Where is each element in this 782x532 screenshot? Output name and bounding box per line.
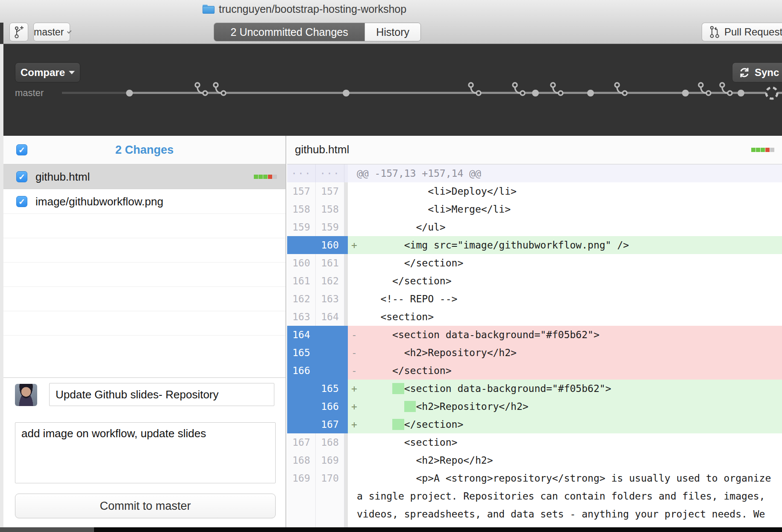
commit-summary-input[interactable] — [49, 383, 274, 406]
compare-button[interactable]: Compare — [15, 62, 80, 82]
branch-selector[interactable]: master — [33, 23, 70, 41]
code-text: <h2>Repo</h2> — [357, 451, 493, 469]
graph-node-commit — [532, 90, 539, 96]
diff-line-content: <!-- REPO --> — [348, 290, 782, 308]
old-line-number: 166 — [287, 362, 316, 380]
diff-sign: + — [348, 236, 357, 254]
sync-icon — [738, 67, 750, 79]
sync-button[interactable]: Sync — [732, 62, 782, 82]
diff-line-content: <section> — [348, 433, 782, 451]
graph-node-merge — [614, 82, 630, 99]
diff-line-content: <section> — [348, 308, 782, 326]
gutter-strip — [344, 326, 348, 344]
file-row[interactable]: ✓github.html — [3, 164, 285, 189]
tab-uncommitted-changes[interactable]: 2 Uncommitted Changes — [214, 23, 365, 41]
empty-list-row — [3, 311, 285, 336]
commit-form: add image on workflow, update slides Com… — [3, 377, 285, 527]
change-blocks-indicator — [751, 148, 774, 152]
change-block-green — [751, 148, 756, 152]
gutter-strip — [344, 254, 348, 272]
new-line-number — [316, 362, 344, 380]
caret-down-icon — [69, 71, 75, 74]
new-line-number: 157 — [316, 182, 344, 200]
old-line-number: 165 — [287, 344, 316, 362]
old-line-number: 164 — [287, 326, 316, 344]
file-row[interactable]: ✓image/githubworkflow.png — [3, 189, 285, 214]
graph-node-merge — [467, 82, 484, 99]
graph-node-commit — [343, 90, 350, 96]
new-line-number: 170 — [316, 469, 344, 527]
changes-panel: ✓ 2 Changes ✓github.html✓image/githubwor… — [3, 136, 286, 527]
background-window-sliver — [0, 23, 3, 44]
new-line-number: 161 — [316, 254, 344, 272]
code-text: <section> — [357, 308, 434, 326]
old-line-number — [287, 415, 316, 433]
diff-row-ctx: 157157 <li>Deploy</li> — [287, 182, 782, 200]
empty-list-row — [3, 238, 285, 263]
diff-line-content: - <section data-background="#f05b62"> — [348, 326, 782, 344]
graph-node-commit — [682, 90, 689, 96]
changes-header: ✓ 2 Changes — [3, 136, 285, 164]
change-block-red — [268, 175, 272, 179]
chevron-down-icon — [67, 29, 71, 33]
code-text: <img src="image/githubworkflow.png" /> — [357, 236, 629, 254]
change-block-red — [765, 148, 770, 152]
file-name: image/githubworkflow.png — [35, 195, 163, 208]
pull-request-icon — [709, 25, 720, 39]
diff-sign: - — [348, 344, 357, 362]
gutter-strip — [344, 415, 348, 433]
diff-row-add: 166+ <h2>Repository</h2> — [287, 398, 782, 415]
diff-panel[interactable]: github.html ······@@ -157,13 +157,14 @@1… — [287, 136, 782, 527]
new-line-number: 163 — [316, 290, 344, 308]
gutter-strip — [344, 200, 348, 218]
tab-history[interactable]: History — [365, 23, 420, 41]
old-line-number: 157 — [287, 182, 316, 200]
new-line-number: ··· — [316, 164, 344, 182]
old-line-number: ··· — [287, 164, 316, 182]
code-text: <section> — [357, 433, 457, 451]
changes-count-title: 2 Changes — [3, 143, 285, 157]
code-text: <section data-background="#f05b62"> — [357, 380, 611, 398]
diff-sign — [348, 200, 357, 218]
window-chrome: trucnguyen/bootstrap-hosting-workshop ma… — [0, 0, 782, 44]
new-line-number: 164 — [316, 308, 344, 326]
file-checkbox[interactable]: ✓ — [16, 196, 27, 207]
graph-node-merge — [550, 82, 566, 99]
diff-sign: + — [348, 398, 357, 415]
code-text: <p>A <strong>repository</strong> is usua… — [357, 469, 771, 527]
graph-node-head — [764, 86, 779, 101]
gutter-strip — [344, 398, 348, 415]
create-branch-button[interactable] — [9, 23, 28, 41]
diff-line-content: <p>A <strong>repository</strong> is usua… — [348, 469, 782, 527]
diff-sign — [348, 254, 357, 272]
diff-sign: - — [348, 362, 357, 380]
diff-line-content: <h2>Repo</h2> — [348, 451, 782, 469]
compare-bar: Compare Sync master — [3, 44, 782, 136]
diff-sign — [348, 433, 357, 451]
diff-sign — [348, 469, 357, 527]
diff-file-name: github.html — [295, 143, 349, 156]
graph-node-merge — [697, 82, 714, 99]
code-text: <h2>Repository</h2> — [357, 398, 529, 415]
diff-sign: - — [348, 326, 357, 344]
commit-description-input[interactable]: add image on workflow, update slides — [15, 422, 276, 483]
gutter-strip — [344, 218, 348, 236]
code-text: <!-- REPO --> — [357, 290, 457, 308]
new-line-number: 162 — [316, 272, 344, 290]
code-text: <li>Merge</li> — [357, 200, 511, 218]
branch-plus-icon — [13, 25, 24, 39]
old-line-number — [287, 380, 316, 398]
empty-list-row — [3, 214, 285, 238]
pull-request-button[interactable]: Pull Request — [702, 23, 782, 41]
code-text: </section> — [357, 362, 452, 380]
diff-line-content: </ul> — [348, 218, 782, 236]
compare-button-label: Compare — [21, 67, 65, 79]
branch-selector-label: master — [34, 26, 64, 38]
new-line-number: 158 — [316, 200, 344, 218]
change-block-green — [254, 175, 258, 179]
sync-button-label: Sync — [755, 67, 779, 79]
code-text: </section> — [357, 272, 452, 290]
file-checkbox[interactable]: ✓ — [16, 171, 27, 182]
diff-sign — [348, 218, 357, 236]
commit-button[interactable]: Commit to master — [15, 494, 276, 518]
